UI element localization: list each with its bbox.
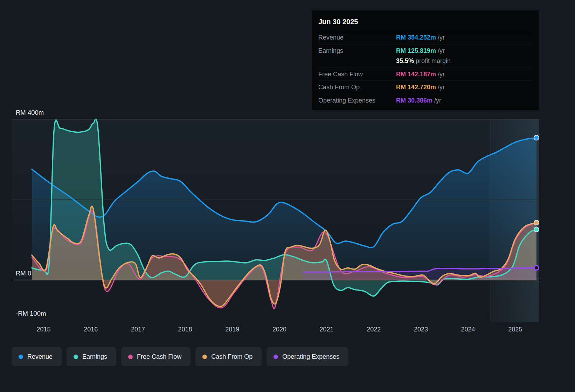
legend-item-revenue[interactable]: Revenue xyxy=(12,347,62,366)
x-axis-label: 2024 xyxy=(461,326,475,333)
tooltip-earnings-label: Earnings xyxy=(318,47,396,55)
y-axis-label: RM 0 xyxy=(16,270,31,277)
cfo-end-marker xyxy=(534,220,539,225)
tooltip-row-cfo: Cash From Op RM 142.720m /yr xyxy=(318,80,533,94)
x-axis-label: 2021 xyxy=(320,326,334,333)
cfo-legend-dot-icon xyxy=(202,355,207,359)
earnings-end-marker xyxy=(534,227,539,232)
tooltip-opex-value: RM 30.386m /yr xyxy=(396,97,441,105)
tooltip-row-profit-margin: 35.5% profit margin xyxy=(318,57,533,68)
x-axis-label: 2020 xyxy=(272,326,286,333)
x-axis-label: 2018 xyxy=(178,326,192,333)
tooltip-date: Jun 30 2025 xyxy=(318,15,533,31)
x-axis-label: 2017 xyxy=(131,326,145,333)
x-axis-label: 2025 xyxy=(508,326,522,333)
earnings-legend-dot-icon xyxy=(74,355,78,359)
x-axis-label: 2016 xyxy=(84,326,98,333)
y-axis-label: RM 400m xyxy=(16,109,44,116)
x-axis-label: 2023 xyxy=(414,326,428,333)
legend-fcf-label: Free Cash Flow xyxy=(137,353,181,360)
legend-opex-label: Operating Expenses xyxy=(282,353,339,360)
financials-chart-page: 2015201620172018201920202021202220232024… xyxy=(0,0,575,392)
tooltip-revenue-value: RM 354.252m /yr xyxy=(396,34,445,42)
legend-item-earnings[interactable]: Earnings xyxy=(67,347,116,366)
chart-legend: Revenue Earnings Free Cash Flow Cash Fro… xyxy=(12,347,348,366)
y-axis-label: -RM 100m xyxy=(16,310,46,317)
tooltip-fcf-label: Free Cash Flow xyxy=(318,70,396,78)
legend-item-operating-expenses[interactable]: Operating Expenses xyxy=(266,347,348,366)
tooltip-row-fcf: Free Cash Flow RM 142.187m /yr xyxy=(318,68,533,81)
tooltip-row-earnings: Earnings RM 125.819m /yr xyxy=(318,44,533,57)
tooltip-cfo-label: Cash From Op xyxy=(318,83,396,91)
legend-cfo-label: Cash From Op xyxy=(211,353,252,360)
x-axis-label: 2022 xyxy=(367,326,381,333)
tooltip-row-opex: Operating Expenses RM 30.386m /yr xyxy=(318,94,533,107)
tooltip-earnings-value: RM 125.819m /yr xyxy=(396,47,445,55)
tooltip-cfo-value: RM 142.720m /yr xyxy=(396,83,445,91)
tooltip-row-revenue: Revenue RM 354.252m /yr xyxy=(318,31,533,44)
legend-revenue-label: Revenue xyxy=(27,353,53,360)
tooltip-opex-label: Operating Expenses xyxy=(318,97,396,105)
fcf-legend-dot-icon xyxy=(128,355,133,359)
opex-legend-dot-icon xyxy=(273,355,278,359)
legend-item-cash-from-op[interactable]: Cash From Op xyxy=(195,347,262,366)
x-axis-label: 2015 xyxy=(37,326,51,333)
opex-end-marker xyxy=(534,266,539,270)
tooltip-fcf-value: RM 142.187m /yr xyxy=(396,70,445,78)
hover-tooltip: Jun 30 2025 Revenue RM 354.252m /yr Earn… xyxy=(312,10,539,110)
legend-item-free-cash-flow[interactable]: Free Cash Flow xyxy=(121,347,190,366)
revenue-end-marker xyxy=(534,135,539,140)
revenue-legend-dot-icon xyxy=(19,355,23,359)
x-axis-label: 2019 xyxy=(225,326,239,333)
tooltip-revenue-label: Revenue xyxy=(318,34,396,42)
tooltip-margin-value: 35.5% profit margin xyxy=(396,57,451,65)
legend-earnings-label: Earnings xyxy=(82,353,107,360)
